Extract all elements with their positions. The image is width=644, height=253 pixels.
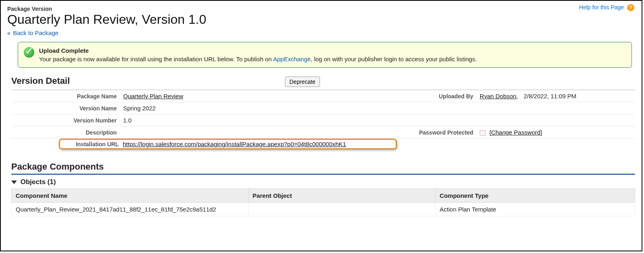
parent-object-cell	[248, 203, 436, 216]
version-number-value: 1.0	[120, 114, 397, 126]
col-parent-object: Parent Object	[248, 189, 436, 203]
component-name-cell: Quarterly_Plan_Review_2021_8417ad11_88f2…	[12, 203, 249, 216]
help-icon[interactable]: ?	[627, 4, 634, 11]
back-chevron-icon: «	[7, 29, 10, 36]
objects-heading-label: Objects (1)	[21, 178, 56, 186]
version-name-value: Spring 2022	[120, 102, 397, 114]
package-components-heading: Package Components	[11, 162, 635, 175]
help-link[interactable]: Help for this Page ?	[579, 4, 634, 11]
success-check-icon	[24, 47, 34, 58]
change-password-link[interactable]: [Change Password]	[489, 129, 542, 136]
installation-url-label: Installation URL	[62, 141, 123, 147]
password-protected-label: Password Protected	[397, 126, 477, 139]
components-table: Component Name Parent Object Component T…	[11, 189, 635, 216]
help-link-text[interactable]: Help for this Page	[579, 4, 624, 10]
collapse-triangle-icon[interactable]	[11, 180, 17, 184]
installation-url-value[interactable]: https://login.salesforce.com/packaging/i…	[123, 141, 346, 147]
version-detail-heading: Version Detail	[11, 76, 204, 86]
version-detail-table: Package Name Quarterly Plan Review Uploa…	[11, 89, 635, 149]
upload-complete-alert: Upload Complete Your package is now avai…	[18, 42, 632, 68]
uploaded-by-label: Uploaded By	[397, 90, 477, 102]
version-name-label: Version Name	[11, 102, 120, 114]
appexchange-link[interactable]: AppExchange	[273, 56, 310, 62]
col-component-type: Component Type	[436, 189, 635, 203]
component-type-cell: Action Plan Template	[436, 203, 635, 216]
col-component-name: Component Name	[12, 189, 249, 203]
uploaded-by-date: 2/8/2022, 11:09 PM	[524, 93, 576, 100]
package-name-label: Package Name	[11, 90, 120, 102]
package-name-value[interactable]: Quarterly Plan Review	[123, 93, 183, 100]
alert-body-before: Your package is now available for instal…	[39, 56, 273, 62]
alert-body-after: , log on with your publisher login to ac…	[311, 56, 477, 62]
description-label: Description	[11, 126, 120, 139]
alert-title: Upload Complete	[39, 46, 477, 55]
deprecate-button[interactable]: Deprecate	[285, 77, 320, 87]
page-title: Quarterly Plan Review, Version 1.0	[7, 12, 635, 27]
breadcrumb: « Back to Package	[7, 29, 635, 36]
page-eyebrow: Package Version	[7, 6, 635, 12]
password-protected-checkbox[interactable]	[480, 130, 485, 136]
version-number-label: Version Number	[11, 114, 120, 126]
objects-heading[interactable]: Objects (1)	[11, 178, 635, 186]
uploaded-by-name[interactable]: Ryan Dobson,	[480, 93, 518, 100]
back-to-package-link[interactable]: Back to Package	[13, 29, 59, 36]
table-row: Quarterly_Plan_Review_2021_8417ad11_88f2…	[12, 203, 635, 216]
description-value	[120, 126, 397, 139]
